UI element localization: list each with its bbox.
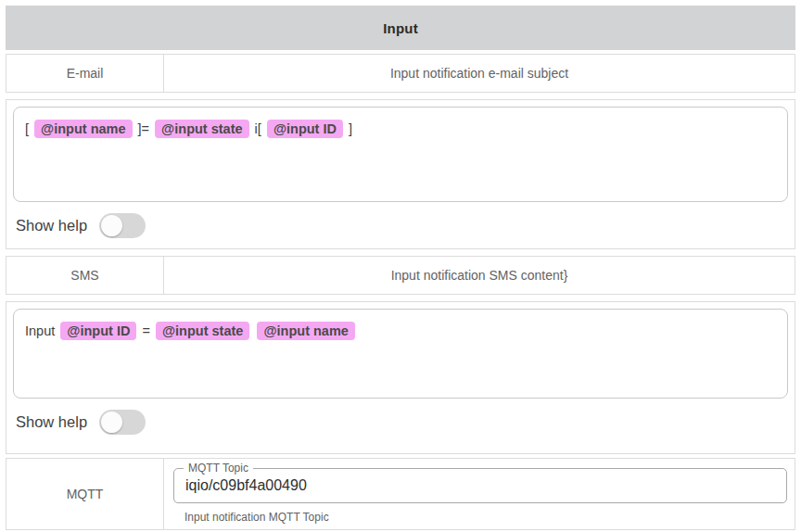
email-row: E-mail Input notification e-mail subject [6, 54, 795, 93]
mqtt-field-area: MQTT Topic Input notification MQTT Topic [164, 459, 795, 529]
editor-text: Input [25, 323, 58, 338]
sms-content-editor[interactable]: Input @input ID = @input state @input na… [13, 309, 788, 399]
template-token[interactable]: @input ID [267, 120, 343, 138]
email-row-description: Input notification e-mail subject [164, 55, 795, 92]
section-header: Input [6, 6, 795, 50]
toggle-knob [101, 412, 122, 433]
email-editor-panel: [ @input name ]= @input state i[ @input … [6, 99, 795, 249]
sms-show-help-toggle[interactable] [99, 410, 146, 435]
show-help-label: Show help [16, 413, 87, 431]
mqtt-row-label: MQTT [6, 459, 164, 529]
sms-editor-panel: Input @input ID = @input state @input na… [6, 301, 795, 454]
editor-text: = [138, 323, 154, 338]
sms-row-description: Input notification SMS content} [164, 257, 795, 294]
mqtt-topic-input[interactable] [174, 469, 786, 502]
template-token[interactable]: @input ID [60, 322, 136, 340]
editor-text: i[ [251, 121, 265, 136]
template-token[interactable]: @input name [34, 120, 132, 138]
email-row-label: E-mail [6, 55, 164, 92]
mqtt-helper-text: Input notification MQTT Topic [184, 511, 787, 524]
editor-text: ]= [134, 121, 154, 136]
email-subject-editor[interactable]: [ @input name ]= @input state i[ @input … [13, 107, 788, 202]
mqtt-row: MQTT MQTT Topic Input notification MQTT … [6, 458, 795, 530]
mqtt-topic-field-label: MQTT Topic [184, 462, 253, 475]
template-token[interactable]: @input state [156, 322, 249, 340]
email-show-help-row: Show help [13, 209, 788, 242]
template-token[interactable]: @input state [155, 120, 248, 138]
editor-text: [ [25, 121, 32, 136]
email-show-help-toggle[interactable] [99, 213, 146, 238]
show-help-label: Show help [16, 217, 87, 234]
sms-row: SMS Input notification SMS content} [6, 256, 795, 295]
page-title: Input [383, 20, 418, 36]
mqtt-topic-field: MQTT Topic [173, 468, 787, 503]
template-token[interactable]: @input name [257, 322, 354, 340]
sms-row-label: SMS [6, 257, 164, 294]
sms-show-help-row: Show help [13, 406, 788, 438]
editor-text: ] [345, 121, 352, 136]
input-settings-page: Input E-mail Input notification e-mail s… [0, 0, 801, 532]
toggle-knob [101, 215, 122, 236]
editor-text [251, 323, 255, 338]
